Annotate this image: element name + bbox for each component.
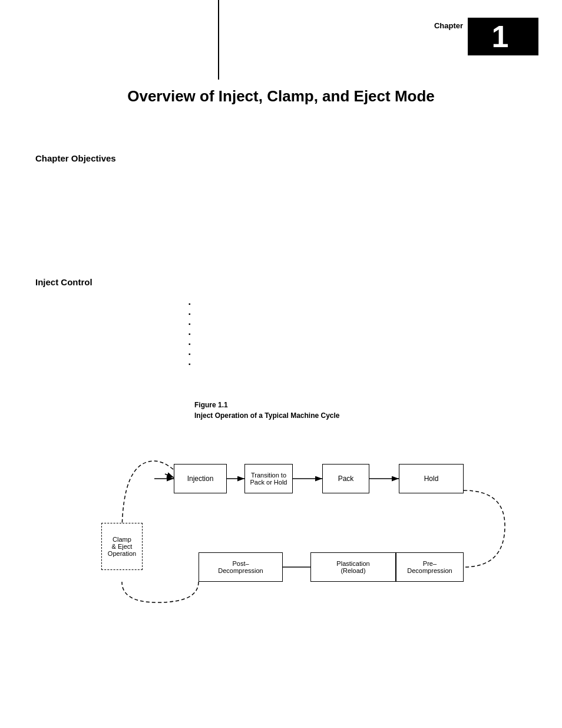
figure-title: Figure 1.1 (194, 401, 538, 409)
svg-line-9 (165, 474, 174, 477)
plastication-box: Plastication(Reload) (310, 552, 396, 582)
list-item (189, 311, 194, 317)
list-item (189, 321, 194, 327)
list-item (189, 341, 194, 347)
chapter-header: Chapter 1 (434, 18, 538, 55)
list-item (189, 331, 194, 337)
chapter-label: Chapter (434, 18, 468, 55)
figure-subtitle: Inject Operation of a Typical Machine Cy… (194, 411, 538, 420)
figure-section: Figure 1.1 Inject Operation of a Typical… (35, 401, 538, 626)
diagram-container: Injection Transition toPack or Hold Pack… (39, 431, 534, 626)
page-title: Overview of Inject, Clamp, and Eject Mod… (127, 87, 435, 106)
vertical-line (218, 0, 219, 80)
list-item (189, 361, 194, 367)
bullet-list (189, 301, 194, 371)
injection-box: Injection (174, 464, 227, 493)
post-decompression-box: Post–Decompression (199, 552, 283, 582)
chapter-objectives-heading: Chapter Objectives (35, 153, 116, 163)
pre-decompression-box: Pre–Decompression (396, 552, 464, 582)
clamp-eject-box: Clamp& EjectOperation (101, 523, 143, 570)
pack-box: Pack (322, 464, 369, 493)
chapter-number: 1 (468, 18, 538, 55)
inject-control-heading: Inject Control (35, 277, 92, 287)
list-item (189, 301, 194, 307)
list-item (189, 351, 194, 357)
transition-box: Transition toPack or Hold (244, 464, 293, 493)
hold-box: Hold (399, 464, 464, 493)
